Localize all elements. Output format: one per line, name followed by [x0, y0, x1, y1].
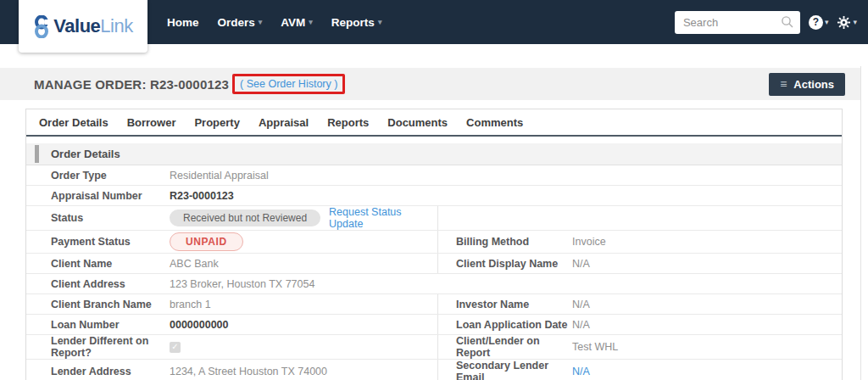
section-accent-bar: [35, 145, 39, 163]
field-label: Lender Address: [51, 360, 170, 380]
help-icon: ?: [809, 15, 823, 30]
secondary-lender-email-link[interactable]: N/A: [572, 366, 590, 377]
main-nav: Home Orders ▾ AVM ▾ Reports ▾: [167, 16, 381, 29]
tab-documents[interactable]: Documents: [387, 116, 448, 129]
field-value: ABC Bank: [170, 254, 437, 273]
chevron-down-icon: ▾: [825, 19, 829, 26]
chevron-down-icon: ▾: [309, 19, 313, 26]
field-value: Residential Appraisal: [170, 165, 842, 185]
section-header-order-details: Order Details: [26, 143, 842, 165]
table-row-lender-different: Lender Different on Report? ✓ Client/Len…: [26, 335, 842, 360]
chevron-down-icon: ▾: [378, 19, 382, 26]
table-row-loan-number: Loan Number 0000000000 Loan Application …: [26, 315, 842, 335]
table-row-client-name: Client Name ABC Bank Client Display Name…: [26, 254, 842, 274]
help-menu[interactable]: ? ▾: [809, 15, 829, 30]
navbar-right: ? ▾ ▾: [675, 0, 868, 44]
table-row-payment-billing: Payment Status UNPAID Billing Method Inv…: [26, 231, 842, 254]
menu-icon: ≡: [780, 78, 787, 90]
request-status-update-link[interactable]: Request Status Update: [329, 206, 437, 230]
field-label: Appraisal Number: [51, 186, 170, 205]
field-value: Invoice: [572, 231, 842, 253]
history-highlight-box: ( See Order History ): [232, 74, 345, 94]
table-row-appraisal-number: Appraisal Number R23-0000123: [26, 186, 842, 206]
field-label: Payment Status: [51, 231, 170, 253]
page-header-bar: MANAGE ORDER: R23-0000123 ( See Order Hi…: [0, 68, 860, 100]
table-row-status: Status Received but not Reviewed Request…: [26, 206, 842, 231]
lender-different-checkbox[interactable]: ✓: [170, 342, 181, 353]
field-value: N/A: [572, 294, 842, 314]
see-order-history-link[interactable]: ( See Order History ): [240, 78, 337, 90]
tab-order-details[interactable]: Order Details: [39, 116, 108, 129]
field-label: Client/Lender on Report: [437, 335, 572, 359]
search-box: [675, 11, 800, 34]
field-label: Client Name: [51, 254, 170, 273]
nav-item-reports[interactable]: Reports ▾: [331, 16, 382, 29]
chevron-down-icon: ▾: [259, 19, 263, 26]
section-title: Order Details: [51, 148, 120, 160]
field-label: Investor Name: [437, 294, 572, 314]
field-value: N/A: [572, 315, 842, 334]
field-label: Loan Number: [51, 315, 170, 334]
chevron-down-icon: ▾: [853, 19, 857, 26]
brand-logo[interactable]: ValueLink: [19, 0, 147, 53]
payment-status-badge: UNPAID: [170, 232, 243, 251]
order-panel: Order Details Borrower Property Appraisa…: [25, 109, 843, 380]
field-value: R23-0000123: [170, 186, 842, 205]
table-row-client-branch: Client Branch Name branch 1 Investor Nam…: [26, 294, 842, 315]
search-icon[interactable]: [781, 15, 794, 32]
table-row-lender-address: Lender Address 1234, A Street Houston TX…: [26, 360, 842, 380]
gear-icon: [837, 15, 851, 30]
status-badge: Received but not Reviewed: [170, 210, 320, 226]
field-label: Billing Method: [437, 231, 572, 253]
settings-menu[interactable]: ▾: [837, 15, 857, 30]
page-title: MANAGE ORDER: R23-0000123: [34, 77, 229, 92]
table-row-order-type: Order Type Residential Appraisal: [26, 165, 842, 186]
tab-appraisal[interactable]: Appraisal: [259, 116, 309, 129]
table-row-client-address: Client Address 123 Broker, Houston TX 77…: [26, 274, 842, 294]
actions-button[interactable]: ≡ Actions: [769, 73, 845, 96]
tab-bar: Order Details Borrower Property Appraisa…: [26, 109, 842, 137]
field-label: Order Type: [51, 165, 170, 185]
field-label: Lender Different on Report?: [51, 335, 170, 359]
tab-comments[interactable]: Comments: [466, 116, 523, 129]
tab-reports[interactable]: Reports: [327, 116, 369, 129]
nav-item-orders[interactable]: Orders ▾: [218, 16, 263, 29]
field-value: 0000000000: [170, 315, 437, 334]
field-value: branch 1: [170, 294, 437, 314]
chain-link-icon: [33, 15, 50, 38]
field-value: Test WHL: [572, 335, 842, 359]
brand-name: ValueLink: [53, 15, 132, 37]
field-label: Secondary Lender Email: [437, 360, 572, 380]
field-value: 123 Broker, Houston TX 77054: [170, 274, 842, 293]
nav-item-home[interactable]: Home: [167, 16, 199, 29]
nav-item-avm[interactable]: AVM ▾: [281, 16, 313, 29]
empty-cell: [437, 206, 842, 230]
field-label: Client Display Name: [437, 254, 572, 273]
tab-property[interactable]: Property: [194, 116, 239, 129]
content-right-edge: [860, 66, 861, 380]
field-value: N/A: [572, 254, 842, 273]
top-navbar: ValueLink Home Orders ▾ AVM ▾ Reports ▾: [0, 0, 868, 44]
field-label: Status: [51, 206, 170, 230]
field-label: Client Address: [51, 274, 170, 293]
field-label: Client Branch Name: [51, 294, 170, 314]
field-value: 1234, A Street Houston TX 74000: [170, 360, 437, 380]
tab-borrower[interactable]: Borrower: [127, 116, 176, 129]
field-label: Loan Application Date: [437, 315, 572, 334]
